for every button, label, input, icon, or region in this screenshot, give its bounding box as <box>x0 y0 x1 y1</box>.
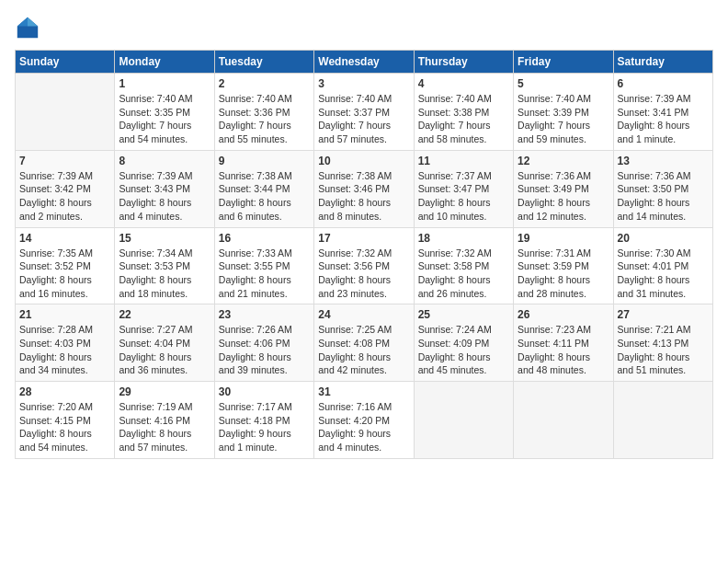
cell-content: Sunrise: 7:20 AM Sunset: 4:15 PM Dayligh… <box>19 400 110 454</box>
calendar-cell: 17Sunrise: 7:32 AM Sunset: 3:56 PM Dayli… <box>314 227 414 304</box>
cell-content: Sunrise: 7:16 AM Sunset: 4:20 PM Dayligh… <box>318 400 409 454</box>
day-number: 8 <box>119 155 210 167</box>
day-number: 29 <box>119 385 210 398</box>
logo <box>15 15 44 40</box>
calendar-week-3: 14Sunrise: 7:35 AM Sunset: 3:52 PM Dayli… <box>16 227 713 304</box>
cell-content: Sunrise: 7:26 AM Sunset: 4:06 PM Dayligh… <box>219 323 310 377</box>
day-number: 15 <box>119 232 210 245</box>
day-number: 7 <box>19 155 110 167</box>
cell-content: Sunrise: 7:32 AM Sunset: 3:56 PM Dayligh… <box>318 247 409 301</box>
calendar-cell: 4Sunrise: 7:40 AM Sunset: 3:38 PM Daylig… <box>414 74 513 151</box>
day-number: 5 <box>518 77 609 90</box>
day-number: 10 <box>318 155 409 167</box>
day-number: 13 <box>618 155 709 167</box>
weekday-header-sunday: Sunday <box>16 51 115 74</box>
svg-marker-2 <box>17 17 28 27</box>
cell-content: Sunrise: 7:40 AM Sunset: 3:38 PM Dayligh… <box>418 92 509 146</box>
cell-content: Sunrise: 7:38 AM Sunset: 3:46 PM Dayligh… <box>318 169 409 224</box>
cell-content: Sunrise: 7:40 AM Sunset: 3:35 PM Dayligh… <box>119 92 210 146</box>
cell-content: Sunrise: 7:40 AM Sunset: 3:39 PM Dayligh… <box>518 92 609 146</box>
cell-content: Sunrise: 7:35 AM Sunset: 3:52 PM Dayligh… <box>19 247 110 301</box>
day-number: 9 <box>219 155 310 167</box>
day-number: 3 <box>318 77 409 90</box>
weekday-header-friday: Friday <box>514 51 613 74</box>
day-number: 31 <box>318 385 409 398</box>
day-number: 22 <box>119 308 210 321</box>
day-number: 19 <box>518 232 609 245</box>
calendar-cell: 29Sunrise: 7:19 AM Sunset: 4:16 PM Dayli… <box>115 382 214 459</box>
day-number: 25 <box>418 308 509 321</box>
cell-content: Sunrise: 7:40 AM Sunset: 3:37 PM Dayligh… <box>318 92 409 146</box>
calendar-cell: 1Sunrise: 7:40 AM Sunset: 3:35 PM Daylig… <box>115 74 214 151</box>
cell-content: Sunrise: 7:36 AM Sunset: 3:50 PM Dayligh… <box>618 169 709 224</box>
day-number: 21 <box>19 308 110 321</box>
cell-content: Sunrise: 7:37 AM Sunset: 3:47 PM Dayligh… <box>418 169 509 224</box>
calendar-cell: 21Sunrise: 7:28 AM Sunset: 4:03 PM Dayli… <box>16 304 115 382</box>
cell-content: Sunrise: 7:21 AM Sunset: 4:13 PM Dayligh… <box>618 323 709 377</box>
calendar-week-1: 1Sunrise: 7:40 AM Sunset: 3:35 PM Daylig… <box>16 74 713 151</box>
calendar-cell: 24Sunrise: 7:25 AM Sunset: 4:08 PM Dayli… <box>314 304 414 382</box>
calendar-cell <box>414 382 513 459</box>
cell-content: Sunrise: 7:17 AM Sunset: 4:18 PM Dayligh… <box>219 400 310 454</box>
weekday-header-thursday: Thursday <box>414 51 513 74</box>
day-number: 23 <box>219 308 310 321</box>
cell-content: Sunrise: 7:39 AM Sunset: 3:41 PM Dayligh… <box>618 92 709 146</box>
day-number: 1 <box>119 77 210 90</box>
header <box>15 15 713 40</box>
calendar-cell: 11Sunrise: 7:37 AM Sunset: 3:47 PM Dayli… <box>414 150 513 227</box>
cell-content: Sunrise: 7:34 AM Sunset: 3:53 PM Dayligh… <box>119 247 210 301</box>
cell-content: Sunrise: 7:27 AM Sunset: 4:04 PM Dayligh… <box>119 323 210 377</box>
logo-icon <box>15 15 40 40</box>
cell-content: Sunrise: 7:19 AM Sunset: 4:16 PM Dayligh… <box>119 400 210 454</box>
calendar-cell <box>16 74 115 151</box>
cell-content: Sunrise: 7:31 AM Sunset: 3:59 PM Dayligh… <box>518 247 609 301</box>
cell-content: Sunrise: 7:23 AM Sunset: 4:11 PM Dayligh… <box>518 323 609 377</box>
calendar-week-2: 7Sunrise: 7:39 AM Sunset: 3:42 PM Daylig… <box>16 150 713 227</box>
day-number: 20 <box>618 232 709 245</box>
cell-content: Sunrise: 7:39 AM Sunset: 3:42 PM Dayligh… <box>19 169 110 224</box>
day-number: 4 <box>418 77 509 90</box>
calendar-cell: 19Sunrise: 7:31 AM Sunset: 3:59 PM Dayli… <box>514 227 613 304</box>
calendar-cell <box>514 382 613 459</box>
calendar-cell: 23Sunrise: 7:26 AM Sunset: 4:06 PM Dayli… <box>214 304 313 382</box>
weekday-header-monday: Monday <box>115 51 214 74</box>
day-number: 28 <box>19 385 110 398</box>
calendar-cell: 25Sunrise: 7:24 AM Sunset: 4:09 PM Dayli… <box>414 304 513 382</box>
cell-content: Sunrise: 7:30 AM Sunset: 4:01 PM Dayligh… <box>618 247 709 301</box>
day-number: 18 <box>418 232 509 245</box>
calendar-cell: 13Sunrise: 7:36 AM Sunset: 3:50 PM Dayli… <box>613 150 712 227</box>
day-number: 11 <box>418 155 509 167</box>
calendar-cell: 30Sunrise: 7:17 AM Sunset: 4:18 PM Dayli… <box>214 382 313 459</box>
calendar-cell: 2Sunrise: 7:40 AM Sunset: 3:36 PM Daylig… <box>214 74 313 151</box>
day-number: 6 <box>618 77 709 90</box>
cell-content: Sunrise: 7:40 AM Sunset: 3:36 PM Dayligh… <box>219 92 310 146</box>
calendar-table: SundayMondayTuesdayWednesdayThursdayFrid… <box>15 50 713 459</box>
day-number: 2 <box>219 77 310 90</box>
day-number: 16 <box>219 232 310 245</box>
calendar-cell: 10Sunrise: 7:38 AM Sunset: 3:46 PM Dayli… <box>314 150 414 227</box>
calendar-cell: 26Sunrise: 7:23 AM Sunset: 4:11 PM Dayli… <box>514 304 613 382</box>
calendar-cell: 12Sunrise: 7:36 AM Sunset: 3:49 PM Dayli… <box>514 150 613 227</box>
day-number: 17 <box>318 232 409 245</box>
calendar-week-4: 21Sunrise: 7:28 AM Sunset: 4:03 PM Dayli… <box>16 304 713 382</box>
calendar-week-5: 28Sunrise: 7:20 AM Sunset: 4:15 PM Dayli… <box>16 382 713 459</box>
calendar-cell <box>613 382 712 459</box>
calendar-cell: 6Sunrise: 7:39 AM Sunset: 3:41 PM Daylig… <box>613 74 712 151</box>
calendar-cell: 28Sunrise: 7:20 AM Sunset: 4:15 PM Dayli… <box>16 382 115 459</box>
cell-content: Sunrise: 7:33 AM Sunset: 3:55 PM Dayligh… <box>219 247 310 301</box>
cell-content: Sunrise: 7:24 AM Sunset: 4:09 PM Dayligh… <box>418 323 509 377</box>
cell-content: Sunrise: 7:36 AM Sunset: 3:49 PM Dayligh… <box>518 169 609 224</box>
calendar-cell: 20Sunrise: 7:30 AM Sunset: 4:01 PM Dayli… <box>613 227 712 304</box>
day-number: 14 <box>19 232 110 245</box>
calendar-cell: 3Sunrise: 7:40 AM Sunset: 3:37 PM Daylig… <box>314 74 414 151</box>
calendar-cell: 18Sunrise: 7:32 AM Sunset: 3:58 PM Dayli… <box>414 227 513 304</box>
weekday-header-wednesday: Wednesday <box>314 51 414 74</box>
calendar-cell: 7Sunrise: 7:39 AM Sunset: 3:42 PM Daylig… <box>16 150 115 227</box>
day-number: 12 <box>518 155 609 167</box>
calendar-cell: 15Sunrise: 7:34 AM Sunset: 3:53 PM Dayli… <box>115 227 214 304</box>
weekday-header-tuesday: Tuesday <box>214 51 313 74</box>
svg-marker-1 <box>28 17 38 27</box>
calendar-cell: 31Sunrise: 7:16 AM Sunset: 4:20 PM Dayli… <box>314 382 414 459</box>
calendar-cell: 9Sunrise: 7:38 AM Sunset: 3:44 PM Daylig… <box>214 150 313 227</box>
day-number: 27 <box>618 308 709 321</box>
